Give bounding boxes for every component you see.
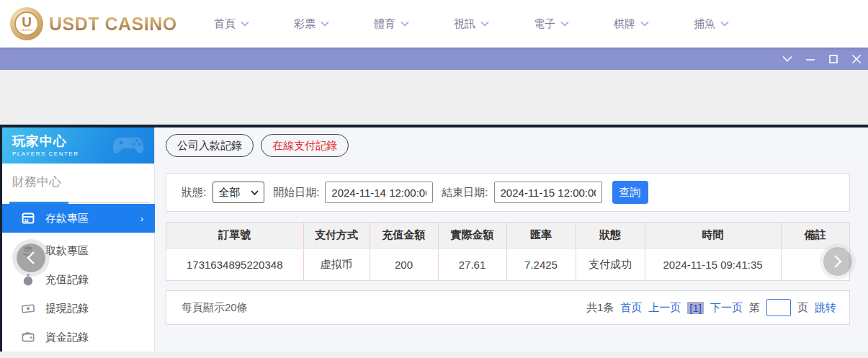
next-page-link[interactable]: 下一页 [710,301,743,315]
main-nav: 首頁 彩票 體育 視訊 電子 棋牌 [214,17,774,31]
end-date-label: 結束日期: [442,186,488,200]
carousel-prev-button[interactable] [17,243,45,272]
nav-item-lottery[interactable]: 彩票 [294,17,329,31]
cell-actual-amount: 27.61 [438,249,506,280]
main-content: 公司入款記錄 在線支付記錄 狀態: 全部 開始日期: 結束日期: 查詢 [155,127,868,352]
table-header-row: 訂單號 支付方式 充值金額 實際金額 匯率 狀態 時間 備註 [166,223,849,249]
cell-order-number: 1731634895220348 [166,249,303,280]
status-label: 狀態: [182,186,206,200]
carousel-next-button[interactable] [823,247,852,276]
start-date-label: 開始日期: [273,186,319,200]
cell-status: 支付成功 [576,249,645,280]
current-page-indicator: [1] [687,302,704,314]
filter-bar: 狀態: 全部 開始日期: 結束日期: 查詢 [166,173,850,212]
window-maximize-icon[interactable] [828,53,839,65]
chevron-down-icon [480,21,489,27]
funds-record-icon [21,330,35,344]
cell-recharge-amount: 200 [370,249,438,280]
cell-exchange-rate: 7.2425 [506,249,576,280]
window-close-icon[interactable] [851,53,862,65]
sidebar-item-deposit[interactable]: 存款專區 › [2,204,155,233]
sidebar-item-withdrawal-records[interactable]: 提現記錄 [2,294,155,323]
chevron-down-icon [241,21,249,27]
nav-item-slots[interactable]: 電子 [534,17,569,31]
player-center-window: 玩家中心 PLAYERS CENTER 財務中心 [0,125,868,352]
col-actual-amount: 實際金額 [438,223,506,249]
total-count-text: 共1条 [586,301,614,315]
nav-item-home[interactable]: 首頁 [214,17,249,31]
sidebar-header: 玩家中心 PLAYERS CENTER [2,127,154,164]
chevron-down-icon [321,21,329,27]
top-header: U CASINO USDT CASINO 首頁 彩票 體育 視訊 [0,0,868,48]
deposit-icon [21,211,35,225]
jump-suffix-label: 页 [797,301,808,315]
col-time: 時間 [645,223,781,249]
chevron-down-icon [401,21,409,27]
nav-item-cards[interactable]: 棋牌 [614,17,649,31]
sidebar: 玩家中心 PLAYERS CENTER 財務中心 [2,127,155,352]
finance-center-title: 財務中心 [12,174,154,190]
logo-text: USDT CASINO [49,14,177,35]
pagination-bar: 每頁顯示20條 共1条 首页 上一页 [1] 下一页 第 页 跳转 [166,290,850,325]
nav-item-video[interactable]: 視訊 [454,17,489,31]
query-button[interactable]: 查詢 [612,181,648,204]
tab-company-deposit-records[interactable]: 公司入款記錄 [166,134,254,157]
record-tabs: 公司入款記錄 在線支付記錄 [166,134,349,157]
page-size-text: 每頁顯示20條 [182,301,248,315]
logo-mini-text: CASINO [20,28,33,32]
first-page-link[interactable]: 首页 [620,301,642,315]
chevron-right-icon: › [140,213,143,224]
col-recharge-amount: 充值金額 [370,223,438,249]
nav-item-fishing[interactable]: 捕魚 [694,17,729,31]
sidebar-item-label: 取款專區 [45,244,89,258]
nav-item-sports[interactable]: 體育 [374,17,409,31]
table-row: 1731634895220348 虚拟币 200 27.61 7.2425 支付… [166,249,849,280]
sidebar-item-label: 充值記錄 [45,273,89,287]
sidebar-item-label: 存款專區 [45,212,89,225]
window-collapse-icon[interactable] [782,53,793,65]
col-order-number: 訂單號 [166,223,303,249]
status-select[interactable]: 全部 [212,182,264,203]
logo-ball-icon: U CASINO [10,7,43,40]
col-remarks: 備註 [781,223,849,249]
sidebar-item-funds-records[interactable]: 資金記錄 [2,323,155,352]
tab-online-payment-records[interactable]: 在線支付記錄 [261,134,349,157]
cell-time: 2024-11-15 09:41:35 [645,249,781,280]
jump-prefix-label: 第 [749,301,760,315]
chevron-down-icon [720,21,729,27]
end-date-input[interactable] [494,182,602,203]
chevron-down-icon [251,190,259,195]
bottom-strip [0,352,868,358]
prev-page-link[interactable]: 上一页 [648,301,681,315]
jump-action-link[interactable]: 跳转 [815,301,836,315]
sidebar-item-label: 提現記錄 [45,302,89,316]
spacer-region [0,70,868,125]
logo[interactable]: U CASINO USDT CASINO [10,7,179,40]
col-exchange-rate: 匯率 [506,223,576,249]
logo-letter: U [22,16,32,28]
chevron-down-icon [560,21,569,27]
col-status: 狀態 [576,223,645,249]
start-date-input[interactable] [325,182,433,203]
recharge-record-icon [21,272,35,287]
window-minimize-icon[interactable] [805,53,816,65]
screen: U CASINO USDT CASINO 首頁 彩票 體育 視訊 [0,0,868,358]
sidebar-item-label: 資金記錄 [45,331,89,344]
window-title-bar [0,48,868,70]
records-table: 訂單號 支付方式 充值金額 實際金額 匯率 狀態 時間 備註 173163489 [166,223,849,280]
records-table-panel: 訂單號 支付方式 充值金額 實際金額 匯率 狀態 時間 備註 173163489 [166,222,850,281]
col-payment-method: 支付方式 [303,223,370,249]
sidebar-menu: 存款專區 › 取款專區 充值記錄 [2,204,155,352]
status-select-value: 全部 [218,186,240,200]
gamepad-icon [109,132,147,161]
pagination-controls: 共1条 首页 上一页 [1] 下一页 第 页 跳转 [586,299,836,316]
window-controls [782,48,862,70]
jump-page-input[interactable] [766,299,791,316]
cell-payment-method: 虚拟币 [303,249,370,280]
withdrawal-record-icon [21,301,35,316]
chevron-down-icon [640,21,649,27]
